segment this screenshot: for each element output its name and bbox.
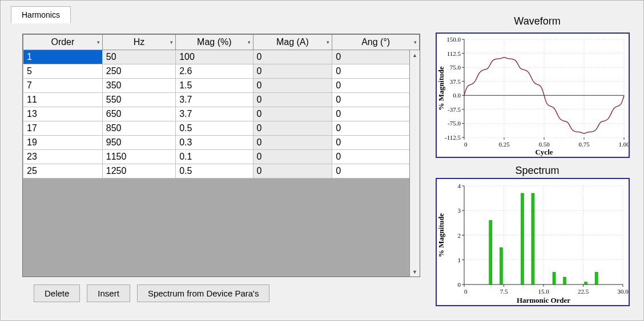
tab-label: Harmonics: [22, 10, 60, 19]
cell-magp[interactable]: 100: [176, 50, 253, 64]
insert-button[interactable]: Insert: [87, 285, 130, 302]
cell-ang[interactable]: 0: [332, 107, 420, 121]
table-row[interactable]: 52502.600: [23, 64, 420, 79]
cell-hz[interactable]: 650: [102, 107, 175, 121]
cell-order[interactable]: 1: [23, 50, 103, 64]
svg-text:-112.5: -112.5: [445, 134, 461, 141]
cell-ang[interactable]: 0: [332, 136, 420, 150]
col-ang-header[interactable]: Ang (°)▾: [332, 35, 420, 50]
col-hz-header[interactable]: Hz▾: [102, 35, 175, 50]
col-order-header[interactable]: Order▾: [23, 35, 103, 50]
cell-magp[interactable]: 1.5: [176, 79, 253, 93]
cell-maga[interactable]: 0: [253, 136, 332, 150]
table-row[interactable]: 73501.500: [23, 79, 420, 93]
cell-ang[interactable]: 0: [332, 64, 420, 79]
cell-maga[interactable]: 0: [253, 93, 332, 107]
cell-hz[interactable]: 350: [102, 79, 175, 93]
svg-text:1: 1: [458, 257, 461, 263]
cell-magp[interactable]: 0.1: [176, 150, 253, 164]
svg-text:22.5: 22.5: [578, 288, 589, 295]
spectrum-title: Spectrum: [440, 165, 634, 177]
cell-magp[interactable]: 3.7: [176, 93, 253, 107]
col-magp-header[interactable]: Mag (%)▾: [176, 35, 253, 50]
cell-hz[interactable]: 250: [102, 64, 175, 79]
svg-text:Harmonic Order: Harmonic Order: [517, 296, 570, 304]
cell-magp[interactable]: 0.3: [176, 136, 253, 150]
cell-maga[interactable]: 0: [253, 79, 332, 93]
svg-text:0: 0: [464, 288, 468, 295]
svg-text:30.0: 30.0: [617, 288, 629, 295]
svg-text:0.50: 0.50: [538, 141, 550, 148]
svg-text:-75.0: -75.0: [448, 120, 461, 127]
table-row[interactable]: 136503.700: [23, 107, 420, 121]
cell-order[interactable]: 25: [23, 164, 103, 178]
cell-hz[interactable]: 1250: [102, 164, 175, 178]
harmonics-header-row: Order▾ Hz▾ Mag (%)▾ Mag (A)▾ Ang (°)▾: [23, 35, 420, 50]
cell-maga[interactable]: 0: [253, 164, 332, 178]
cell-maga[interactable]: 0: [253, 64, 332, 79]
cell-order[interactable]: 11: [23, 93, 103, 107]
svg-text:4: 4: [458, 182, 461, 189]
sort-icon: ▾: [327, 39, 329, 45]
cell-magp[interactable]: 0.5: [176, 121, 253, 136]
spectrum-from-device-button[interactable]: Spectrum from Device Para's: [137, 285, 270, 302]
cell-ang[interactable]: 0: [332, 93, 420, 107]
svg-text:150.0: 150.0: [446, 36, 461, 43]
cell-ang[interactable]: 0: [332, 121, 420, 136]
cell-ang[interactable]: 0: [332, 150, 420, 164]
cell-ang[interactable]: 0: [332, 164, 420, 178]
cell-maga[interactable]: 0: [253, 50, 332, 64]
col-maga-header[interactable]: Mag (A)▾: [253, 35, 332, 50]
svg-text:% Magnitude: % Magnitude: [437, 66, 445, 110]
cell-maga[interactable]: 0: [253, 150, 332, 164]
cell-order[interactable]: 7: [23, 79, 103, 93]
cell-order[interactable]: 17: [23, 121, 103, 136]
harmonics-table-panel: Order▾ Hz▾ Mag (%)▾ Mag (A)▾ Ang (°)▾ 15…: [22, 34, 420, 277]
svg-text:1.00: 1.00: [618, 141, 629, 148]
table-row[interactable]: 2512500.500: [23, 164, 420, 178]
svg-text:0.0: 0.0: [453, 92, 461, 99]
svg-rect-77: [489, 221, 492, 285]
cell-maga[interactable]: 0: [253, 107, 332, 121]
sort-icon: ▾: [248, 39, 251, 45]
svg-text:0: 0: [458, 281, 461, 288]
cell-magp[interactable]: 2.6: [176, 64, 253, 79]
cell-hz[interactable]: 50: [102, 50, 175, 64]
scroll-up-icon[interactable]: ▲: [410, 50, 420, 60]
cell-maga[interactable]: 0: [253, 121, 332, 136]
cell-magp[interactable]: 3.7: [176, 107, 253, 121]
svg-rect-79: [521, 193, 524, 285]
table-row[interactable]: 178500.500: [23, 121, 420, 136]
svg-rect-78: [500, 247, 502, 285]
table-row[interactable]: 2311500.100: [23, 150, 420, 164]
table-row[interactable]: 199500.300: [23, 136, 420, 150]
svg-text:112.5: 112.5: [447, 50, 461, 57]
cell-order[interactable]: 5: [23, 64, 103, 79]
svg-text:3: 3: [458, 207, 461, 214]
cell-hz[interactable]: 1150: [102, 150, 175, 164]
app-window: Harmonics Order▾ Hz▾ Mag (%)▾ Mag (A)▾ A…: [0, 0, 644, 321]
svg-text:0: 0: [464, 141, 468, 148]
cell-hz[interactable]: 550: [102, 93, 175, 107]
cell-order[interactable]: 13: [23, 107, 103, 121]
waveform-title: Waveform: [440, 15, 634, 27]
sort-icon: ▾: [97, 39, 100, 45]
cell-order[interactable]: 19: [23, 136, 103, 150]
scroll-down-icon[interactable]: ▼: [410, 267, 420, 277]
cell-magp[interactable]: 0.5: [176, 164, 253, 178]
cell-hz[interactable]: 850: [102, 121, 175, 136]
svg-rect-84: [595, 272, 598, 285]
table-row[interactable]: 115503.700: [23, 93, 420, 107]
harmonics-table[interactable]: Order▾ Hz▾ Mag (%)▾ Mag (A)▾ Ang (°)▾ 15…: [23, 34, 420, 178]
cell-order[interactable]: 23: [23, 150, 103, 164]
cell-ang[interactable]: 0: [332, 50, 420, 64]
table-row[interactable]: 15010000: [23, 50, 420, 64]
cell-hz[interactable]: 950: [102, 136, 175, 150]
tab-harmonics[interactable]: Harmonics: [11, 6, 71, 23]
svg-text:75.0: 75.0: [450, 64, 461, 71]
svg-text:0.25: 0.25: [498, 141, 510, 148]
svg-text:7.5: 7.5: [500, 288, 508, 295]
cell-ang[interactable]: 0: [332, 79, 420, 93]
delete-button[interactable]: Delete: [34, 285, 80, 302]
table-scrollbar[interactable]: ▲ ▼: [409, 50, 420, 277]
